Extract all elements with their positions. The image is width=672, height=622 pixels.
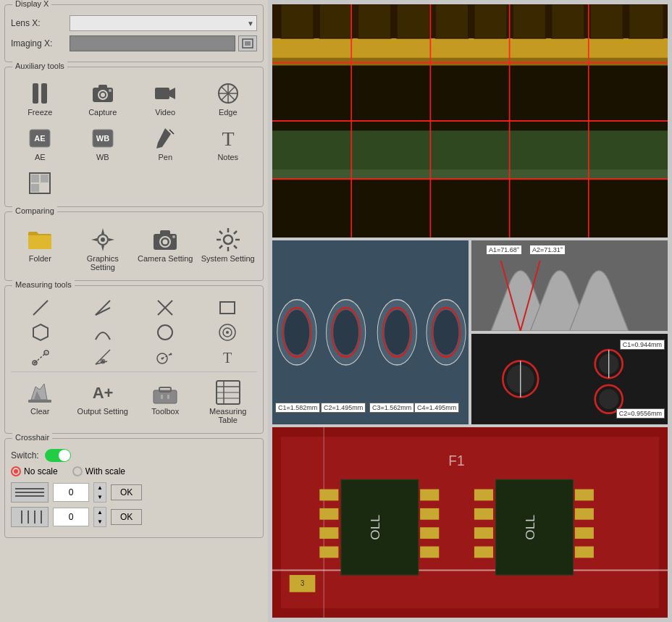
svg-rect-70	[159, 387, 171, 392]
svg-rect-144	[319, 546, 338, 558]
svg-rect-3	[41, 83, 47, 104]
lens-select[interactable]	[70, 15, 257, 31]
tool-freeze[interactable]: Freeze	[11, 77, 70, 119]
c2-label: C2=1.495mm	[321, 403, 366, 413]
folder-label: Folder	[29, 254, 51, 263]
tool-wb[interactable]: WB WB	[74, 122, 133, 164]
measure-text[interactable]: T	[198, 345, 257, 369]
measure-concentric[interactable]	[198, 321, 257, 344]
horiz-lines-btn[interactable]	[11, 482, 49, 503]
horiz-down-btn[interactable]: ▼	[94, 492, 106, 502]
imaging-button[interactable]	[238, 35, 257, 51]
tool-ae[interactable]: AE AE	[11, 122, 70, 164]
vert-ok-btn[interactable]: OK	[111, 509, 142, 525]
svg-rect-158	[575, 546, 594, 558]
measuring-table-label: Measuring Table	[201, 407, 256, 424]
tool-output-setting[interactable]: A+ Output Setting	[74, 377, 133, 427]
svg-point-60	[101, 360, 104, 363]
svg-line-40	[234, 245, 237, 248]
vert-up-btn[interactable]: ▲	[94, 508, 106, 517]
vert-down-btn[interactable]: ▼	[94, 517, 106, 526]
svg-line-39	[219, 231, 222, 234]
left-panel: Display X Lens X: ▼ Imaging X:	[0, 0, 268, 622]
svg-point-34	[224, 235, 232, 244]
svg-rect-2	[33, 83, 38, 104]
radio-no-scale[interactable]: No scale	[11, 466, 58, 476]
svg-rect-72	[163, 395, 167, 399]
system-setting-icon	[215, 227, 241, 253]
ae-label: AE	[35, 153, 46, 161]
measure-angle-dist[interactable]	[73, 345, 133, 369]
freeze-label: Freeze	[28, 108, 52, 117]
tool-pen[interactable]: Pen	[136, 122, 195, 164]
right-panel: C1=1.582mm C2=1.495mm C3=1.562mm C4=1.49…	[268, 0, 672, 622]
lens-label: Lens X:	[11, 18, 65, 28]
horiz-value: 0	[53, 483, 89, 502]
display-group: Display X Lens X: ▼ Imaging X:	[4, 4, 264, 62]
comparing-group-title: Comparing	[12, 206, 57, 215]
tool-toolbox[interactable]: Toolbox	[136, 377, 195, 427]
svg-point-28	[101, 238, 105, 242]
svg-line-41	[234, 231, 237, 234]
measure-arc[interactable]	[73, 321, 133, 344]
vert-lines-btn[interactable]	[11, 507, 49, 527]
measure-point-dist[interactable]	[11, 345, 70, 369]
svg-rect-137	[281, 437, 659, 608]
horiz-up-btn[interactable]: ▲	[94, 483, 106, 492]
svg-rect-67	[28, 400, 51, 403]
tool-capture[interactable]: Capture	[74, 77, 133, 119]
folder-icon	[27, 227, 53, 253]
svg-rect-94	[281, 4, 314, 38]
tool-camera-setting[interactable]: Camera Setting	[136, 224, 195, 274]
measure-hex[interactable]	[11, 321, 70, 344]
crosshair-toggle[interactable]	[45, 449, 71, 462]
tool-video[interactable]: Video	[136, 77, 195, 119]
svg-text:OLL: OLL	[524, 514, 537, 539]
top-image-slot	[272, 4, 668, 238]
freeze-icon	[27, 80, 53, 106]
vert-spinner[interactable]: ▲ ▼	[93, 507, 106, 527]
measure-circle[interactable]	[135, 321, 195, 344]
tool-compare[interactable]	[11, 167, 70, 201]
svg-rect-151	[474, 489, 493, 500]
tool-graphics-setting[interactable]: Graphics Setting	[74, 224, 133, 274]
svg-line-42	[219, 245, 222, 248]
measure-circle-dist[interactable]	[135, 345, 195, 369]
horiz-spinner[interactable]: ▲ ▼	[93, 482, 106, 503]
a2-label: A2=71.31°	[529, 245, 566, 255]
tool-notes[interactable]: T Notes	[199, 122, 258, 164]
svg-point-113	[284, 310, 309, 355]
svg-rect-141	[319, 489, 338, 500]
clear-icon	[27, 379, 53, 405]
svg-rect-1	[245, 41, 251, 46]
tool-clear[interactable]: Clear	[11, 377, 70, 427]
notes-label: Notes	[217, 153, 238, 161]
holes-svg	[272, 240, 469, 424]
svg-text:AE: AE	[35, 134, 46, 143]
svg-line-43	[33, 301, 48, 315]
measure-line[interactable]	[11, 296, 70, 319]
angle-slot: A1=71.68° A2=71.31°	[471, 240, 668, 331]
tool-measuring-table[interactable]: Measuring Table	[199, 377, 258, 427]
svg-line-44	[96, 301, 110, 315]
radio-with-scale[interactable]: With scale	[72, 466, 125, 476]
horiz-ok-btn[interactable]: OK	[111, 484, 142, 500]
toggle-knob	[59, 450, 70, 461]
svg-line-45	[96, 308, 110, 315]
capture-label: Capture	[88, 108, 117, 117]
notes-icon: T	[215, 125, 241, 151]
c1-label: C1=1.582mm	[275, 403, 320, 413]
clear-label: Clear	[30, 407, 49, 416]
measure-cross-line[interactable]	[135, 296, 195, 319]
svg-rect-48	[220, 302, 235, 314]
vert-value: 0	[53, 508, 89, 526]
svg-rect-146	[420, 508, 439, 520]
tool-folder[interactable]: Folder	[11, 224, 70, 274]
measure-rect[interactable]	[198, 296, 257, 319]
toolbox-icon	[152, 379, 178, 405]
tool-system-setting[interactable]: System Setting	[199, 224, 258, 274]
tool-edge[interactable]: Edge	[199, 77, 258, 119]
svg-rect-9	[155, 88, 169, 99]
svg-rect-91	[272, 130, 668, 169]
measure-angle-line[interactable]	[73, 296, 133, 319]
